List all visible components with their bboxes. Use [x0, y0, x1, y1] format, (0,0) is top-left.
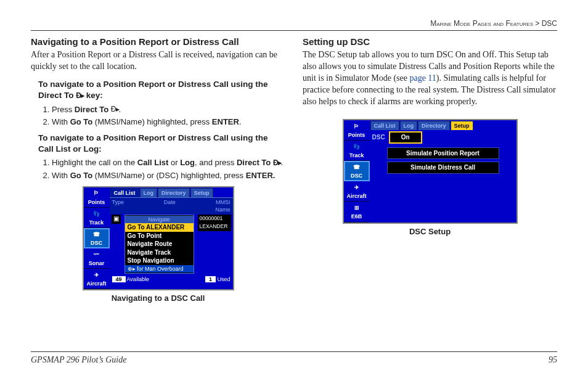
tab-call-list[interactable]: Call List — [370, 121, 399, 130]
left-column: Navigating to a Position Report or Distr… — [31, 36, 285, 304]
page-footer: GPSMAP 296 Pilot’s Guide 95 — [31, 351, 557, 366]
sidebar-item-track[interactable]: 👣Track — [344, 141, 370, 161]
sidebar-item-aircraft[interactable]: ✈Aircraft — [84, 269, 110, 289]
direct-to-icon: Đ▸ — [76, 91, 84, 100]
right-figure-caption: DSC Setup — [303, 226, 557, 237]
breadcrumb-section: Marine Mode Pages and Features — [430, 19, 533, 28]
simulate-position-report-button[interactable]: Simulate Position Report — [387, 147, 499, 160]
dsc-icon: ☎ — [84, 230, 110, 239]
gps-tabs: Call List Log Directory Setup — [370, 120, 517, 130]
tab-setup[interactable]: Setup — [451, 121, 473, 130]
footer-page-number: 95 — [549, 354, 557, 366]
block2-step2: With Go To (MMSI/Name) or (DSC) highligh… — [52, 170, 285, 181]
left-figure-caption: Navigating to a DSC Call — [31, 293, 285, 304]
name-cell: LEXANDER — [198, 223, 231, 231]
dsc-toggle-row: DSC On — [370, 130, 517, 145]
tab-directory[interactable]: Directory — [158, 188, 190, 197]
gps-sidebar: 🏳Points 👣Track ☎DSC 〰Sonar ✈Aircraft — [84, 187, 110, 290]
breadcrumb: Marine Mode Pages and Features > DSC — [31, 18, 557, 31]
flag-icon: 🏳 — [344, 122, 370, 131]
sidebar-item-e6b[interactable]: ⊞E6B — [344, 202, 370, 222]
aircraft-icon: ✈ — [344, 183, 370, 192]
gps-tabs: Call List Log Directory Setup — [110, 187, 233, 197]
right-figure: 🏳Points 👣Track ☎DSC ✈Aircraft ⊞E6B Call … — [303, 119, 557, 237]
gps-main-panel: Call List Log Directory Setup Type Date … — [110, 187, 233, 290]
tab-directory[interactable]: Directory — [418, 121, 450, 130]
menu-item-goto-name[interactable]: Go To ALEXANDER — [125, 223, 194, 232]
block1-step1: Press Direct To Đ▸. — [52, 104, 285, 115]
navigate-menu-title: Navigate — [125, 216, 194, 223]
dsc-toggle-value[interactable]: On — [389, 131, 422, 144]
dsc-toggle-label: DSC — [372, 133, 385, 142]
menu-item-navigate-track[interactable]: Navigate Track — [125, 248, 194, 257]
simulate-distress-call-button[interactable]: Simulate Distress Call — [387, 162, 499, 174]
right-heading: Setting up DSC — [303, 36, 557, 48]
gps-column-headers: Type Date MMSIName — [110, 197, 233, 214]
sidebar-item-dsc[interactable]: ☎DSC — [344, 161, 370, 181]
menu-item-navigate-route[interactable]: Navigate Route — [125, 240, 194, 248]
instruction-block-1: To navigate to a Position Report or Dist… — [38, 79, 285, 181]
left-intro: After a Position Report or a Distress Ca… — [31, 49, 285, 73]
sidebar-item-aircraft[interactable]: ✈Aircraft — [344, 181, 370, 202]
aircraft-icon: ✈ — [84, 271, 110, 279]
tab-setup[interactable]: Setup — [190, 188, 213, 197]
left-heading: Navigating to a Position Report or Distr… — [31, 36, 285, 48]
mmsi-cell: 00000001 — [198, 215, 231, 223]
menu-foot-mob: ⊕▸ for Man Overboard — [125, 265, 194, 272]
block1-heading: To navigate to a Position Report or Dist… — [38, 79, 285, 101]
left-figure: 🏳Points 👣Track ☎DSC 〰Sonar ✈Aircraft Cal… — [31, 186, 285, 304]
tab-log[interactable]: Log — [140, 188, 158, 197]
navigate-menu: Navigate Go To ALEXANDER Go To Point Nav… — [125, 215, 194, 274]
sonar-icon: 〰 — [84, 250, 110, 259]
page-11-link[interactable]: page 11 — [409, 73, 436, 83]
block1-step2: With Go To (MMSI/Name) highlighted, pres… — [52, 117, 285, 128]
sidebar-item-points[interactable]: 🏳Points — [84, 187, 110, 208]
footprints-icon: 👣 — [344, 142, 370, 151]
right-paragraph: The DSC Setup tab allows you to turn DSC… — [303, 49, 557, 107]
footprints-icon: 👣 — [84, 210, 110, 218]
gps-sidebar: 🏳Points 👣Track ☎DSC ✈Aircraft ⊞E6B — [344, 120, 370, 223]
menu-item-stop-navigation[interactable]: Stop Navigation — [125, 256, 194, 265]
block1-steps: Press Direct To Đ▸. With Go To (MMSI/Nam… — [38, 104, 285, 128]
sidebar-item-dsc[interactable]: ☎DSC — [84, 228, 110, 248]
block2-step1: Highlight the call on the Call List or L… — [52, 157, 285, 168]
block2-heading: To navigate to a Position Report or Dist… — [38, 133, 285, 155]
sidebar-item-track[interactable]: 👣Track — [84, 208, 110, 228]
flag-icon: 🏳 — [84, 189, 110, 198]
tab-log[interactable]: Log — [400, 121, 418, 130]
block2-steps: Highlight the call on the Call List or L… — [38, 157, 285, 181]
right-column: Setting up DSC The DSC Setup tab allows … — [303, 36, 557, 304]
gps-main-panel: Call List Log Directory Setup DSC On Sim… — [370, 120, 517, 223]
footer-guide-title: GPSMAP 296 Pilot’s Guide — [31, 354, 126, 366]
gps-screenshot-setup: 🏳Points 👣Track ☎DSC ✈Aircraft ⊞E6B Call … — [343, 119, 518, 224]
direct-to-icon: Đ▸ — [111, 104, 119, 114]
sidebar-item-points[interactable]: 🏳Points — [344, 120, 370, 141]
gps-screenshot-navigate: 🏳Points 👣Track ☎DSC 〰Sonar ✈Aircraft Cal… — [83, 186, 234, 291]
breadcrumb-page: DSC — [542, 19, 557, 28]
menu-item-goto-point[interactable]: Go To Point — [125, 232, 194, 240]
sidebar-item-sonar[interactable]: 〰Sonar — [84, 248, 110, 269]
gps-data-row: ▣ Navigate Go To ALEXANDER Go To Point N… — [110, 214, 233, 274]
tab-call-list[interactable]: Call List — [110, 188, 139, 197]
gps-footer-status: 49 Available 1 Used — [110, 274, 233, 285]
direct-to-icon: Đ▸ — [273, 158, 281, 168]
calculator-icon: ⊞ — [344, 203, 370, 212]
type-cell: ▣ — [112, 215, 121, 224]
dsc-icon: ☎ — [344, 163, 370, 171]
